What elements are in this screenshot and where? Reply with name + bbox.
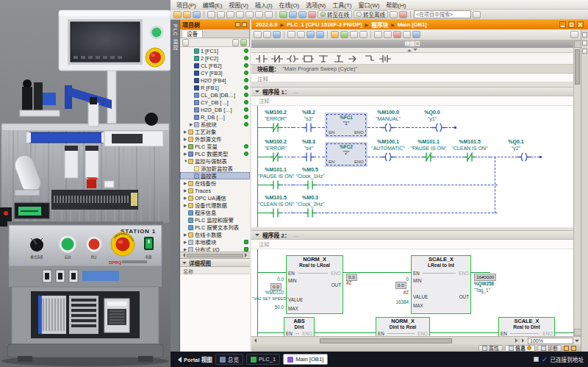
syntax-icon[interactable] [393,31,401,38]
tree-item[interactable]: ▼ 监控与强制表 [180,157,250,165]
delete-network-icon[interactable] [263,31,271,38]
tab-devices[interactable]: 设备 [182,29,203,38]
tab-diagnostics[interactable]: 诊断 [537,345,562,352]
tree-item[interactable]: CL [FB2] [180,62,250,69]
stop-cpu-icon[interactable] [399,11,407,18]
tree-item[interactable]: H2O_DB […] [180,106,250,113]
scale-x-out-tag[interactable]: "Tag_1" [474,288,490,293]
contact-s4[interactable]: %I8.3"s4" [293,138,324,163]
tree-item[interactable]: ▶ 系统块 [180,121,250,128]
monitor-on-off-icon[interactable] [331,31,339,38]
interface-splitter[interactable] [251,48,573,53]
expand-all-icon[interactable] [232,39,239,46]
copy-icon[interactable] [226,11,234,18]
snapshot-icon[interactable] [412,31,420,38]
open-project-icon[interactable] [183,11,191,18]
contact-error[interactable]: %M100.2"ERROR" [258,138,293,163]
editor-vscrollbar[interactable] [573,40,581,336]
norm-x-min-value[interactable]: 0.0 [265,277,284,282]
jump-label-icon[interactable] [348,54,360,63]
menu-item[interactable]: 帮助(H) [386,1,406,9]
edge-contact-icon[interactable] [379,54,391,63]
fc2-call-box[interactable]: %FC2"2" ENENO [324,138,368,163]
contact-s3[interactable]: %I8.2"s3" [293,109,324,133]
tab-info[interactable]: 信息 [505,345,535,352]
vscroll-thumb[interactable] [575,49,580,85]
tree-item[interactable]: 添加新监控表 [180,165,250,172]
norm-x-value-address[interactable]: %MD110 [253,290,284,296]
close-branch-icon[interactable] [333,54,345,63]
menu-item[interactable]: 插入(I) [255,1,273,9]
nc-contact-icon[interactable] [271,54,283,63]
cut-icon[interactable] [217,11,225,18]
coil-automatic[interactable]: %M100.1"AUTOMATIC" [368,138,408,163]
contact-clock-2hz[interactable]: %M0.3"Clock_2Hz" [293,194,327,218]
network2-comment[interactable]: 注释 [251,240,573,249]
norm-x-max-value[interactable]: 50.0 [265,304,284,310]
close-icon[interactable] [577,21,584,28]
project-search-input[interactable] [414,10,471,18]
insert-network-icon[interactable] [254,31,262,38]
diagnostics-icon[interactable] [390,11,398,18]
chevron-down-icon[interactable] [575,340,579,344]
modify-icon[interactable] [350,31,358,38]
minimize-icon[interactable] [559,21,566,28]
network1-comment[interactable]: 注释 [251,96,573,106]
contact-pause-is-on[interactable]: %M101.1"PAUSE IS ON" [258,166,293,190]
open-branch-icon[interactable] [318,54,329,63]
tree-item[interactable]: CY [FB3] [180,69,250,76]
upload-icon[interactable] [298,11,306,18]
new-project-icon[interactable] [173,11,182,18]
breadcrumb-block[interactable]: Main [OB1] [398,21,427,28]
panel-expand-icon[interactable] [571,346,576,351]
network2-header[interactable]: 程序段 2： .... [251,230,573,240]
print-icon[interactable] [207,11,215,18]
tree-item[interactable]: 监控表 [180,172,250,179]
menu-item[interactable]: 窗口(W) [358,1,379,9]
tasks-card-icon[interactable] [582,40,587,46]
scroll-right-icon[interactable] [515,338,520,343]
scale-x-2-block[interactable]: SCALE_X Real to Dint EN ENO [498,317,555,336]
breakpoints-icon[interactable] [359,31,368,38]
collapse-icon[interactable] [242,22,247,27]
panel-collapse-icon[interactable] [564,346,569,351]
editor-hscrollbar[interactable] [251,336,520,344]
hscroll-thumb[interactable] [320,338,452,343]
network1-canvas[interactable]: %M100.2"ERROR" %I8.2"s3" %FC1"1" ENENO [251,106,573,227]
tree-item[interactable]: PLC 报警文本列表 [180,224,250,231]
tree-view-icon[interactable] [182,39,189,46]
breadcrumb-folder[interactable]: 程序块 [371,21,388,29]
menu-item[interactable]: 选项(N) [306,1,326,9]
network1-header[interactable]: 程序段 1： .... [251,87,573,96]
breadcrumb-project[interactable]: 2022.6.9 [256,21,278,28]
taskbar-item-main-ob1[interactable]: Main [OB1] [283,354,328,365]
coil-y1[interactable]: %Q0.0"y1" [408,109,456,133]
tree-item[interactable]: 1 [FC1] [180,47,250,54]
menu-item[interactable]: 在线(O) [279,1,300,9]
tree-item[interactable]: 2 [FC2] [180,54,250,62]
norm-x-block[interactable]: NORM_X Real to LReal EN ENO MIN OUT VALU… [286,255,343,314]
breadcrumb-plc[interactable]: PLC_1 [CPU 1516F-3 PN/DP] [287,21,362,28]
redo-icon[interactable] [265,11,273,18]
scroll-left-icon[interactable] [252,338,257,343]
contact-clean-is-on[interactable]: %M101.5"CLEAN IS ON" [258,194,293,218]
coil-y2[interactable]: %Q0.1"y2" [490,138,542,163]
collapse-networks-icon[interactable] [297,31,305,38]
expand-networks-icon[interactable] [287,31,295,38]
tree-item[interactable]: CL_DB [DB…] [180,91,250,99]
cross-ref-icon[interactable] [384,31,392,38]
go-offline-button[interactable]: 转至离线 [354,10,388,18]
coil-icon[interactable] [287,54,298,63]
tree-item[interactable]: ▶ 设备代理数据 [180,202,250,209]
tree-item[interactable]: ▶ 工艺对象 [180,128,250,135]
tree-item[interactable]: CY_DB […] [180,99,250,106]
contact-error[interactable]: %M100.2"ERROR" [258,109,293,133]
favorites-icon[interactable] [306,31,315,38]
tree-item[interactable]: PLC 监控和报警 [180,216,250,224]
zoom-level-select[interactable]: 100% [528,338,573,344]
scale-x-out-address[interactable]: %QW258 [474,281,494,287]
scroll-left-icon[interactable] [181,253,185,257]
task-card-strip[interactable] [581,29,588,352]
portal-view-button[interactable]: Portal 视图 [175,355,212,363]
call-structure-icon[interactable] [374,31,382,38]
